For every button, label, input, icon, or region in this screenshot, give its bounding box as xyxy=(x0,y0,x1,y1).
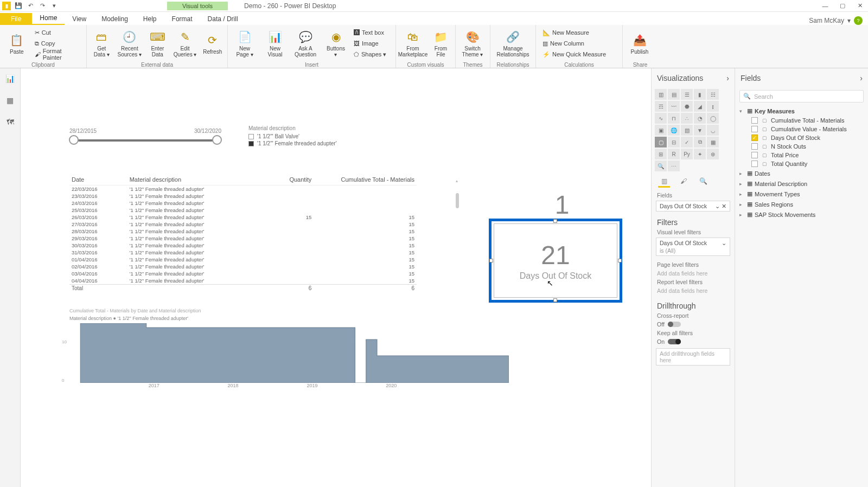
vlf-card[interactable]: Days Out Of Stock⌄ is (All) xyxy=(656,238,730,256)
field-cum-value-materials[interactable]: ▢Cumulative Value - Materials xyxy=(739,125,864,133)
new-measure-button[interactable]: 📐New Measure xyxy=(542,28,606,37)
tab-file[interactable]: File xyxy=(0,13,32,25)
viz-100-col[interactable]: ☶ xyxy=(655,101,667,112)
model-view-button[interactable]: 🗺 xyxy=(4,116,16,128)
resize-handle[interactable] xyxy=(553,298,557,302)
viz-line-col[interactable]: ⫿ xyxy=(707,101,719,112)
viz-stacked-area[interactable]: ◢ xyxy=(694,101,706,112)
table-sap-stock-movements[interactable]: ▸▦SAP Stock Movements xyxy=(739,209,864,220)
recent-sources-button[interactable]: 🕘Recent Sources ▾ xyxy=(118,27,142,60)
viz-donut[interactable]: ◯ xyxy=(707,113,719,124)
viz-r[interactable]: R xyxy=(668,149,680,159)
publish-button[interactable]: 📤Publish xyxy=(627,27,652,60)
table-row[interactable]: 03/04/2016'1 1/2'' Female threaded adupt… xyxy=(69,270,417,277)
report-canvas[interactable]: 28/12/2015 30/12/2020 Material descripti… xyxy=(21,68,651,487)
viz-stacked-col[interactable]: ▤ xyxy=(668,89,680,100)
table-sales-regions[interactable]: ▸▦Sales Regions xyxy=(739,199,864,209)
resize-handle[interactable] xyxy=(618,259,622,262)
table-row[interactable]: 30/03/2016'1 1/2'' Female threaded adupt… xyxy=(69,242,417,249)
viz-waterfall[interactable]: ⊓ xyxy=(668,113,680,124)
area-chart[interactable]: Cumulative Total - Materials by Date and… xyxy=(69,308,509,395)
image-button[interactable]: 🖼Image xyxy=(354,39,386,48)
table-row[interactable]: 28/03/2016'1 1/2'' Female threaded adupt… xyxy=(69,228,417,235)
analytics-tab[interactable]: 🔍 xyxy=(697,176,709,188)
viz-gauge[interactable]: ◡ xyxy=(707,125,719,136)
undo-icon[interactable]: ↶ xyxy=(26,2,35,10)
table-material-description[interactable]: ▸▦Material Description xyxy=(739,178,864,189)
fields-tab[interactable]: ▥ xyxy=(658,176,670,188)
col-quantity[interactable]: Quantity xyxy=(263,174,314,185)
from-file-button[interactable]: 📁From File xyxy=(431,27,451,60)
checkbox[interactable] xyxy=(751,143,758,150)
table-row[interactable]: 25/03/2016'1 1/2'' Female threaded adupt… xyxy=(69,207,417,214)
new-visual-button[interactable]: 📊New Visual xyxy=(263,27,288,60)
viz-clustered-col[interactable]: ▮ xyxy=(694,89,706,100)
slider-handle-right[interactable] xyxy=(212,135,222,145)
account-name[interactable]: Sam McKay ▾ ? xyxy=(809,16,868,25)
drill-drop[interactable]: Add drillthrough fields here xyxy=(656,348,730,366)
viz-clustered-bar[interactable]: ☰ xyxy=(681,89,693,100)
switch-theme-button[interactable]: 🎨Switch Theme ▾ xyxy=(460,27,485,60)
get-data-button[interactable]: 🗃Get Data ▾ xyxy=(91,27,112,60)
field-cum-total-materials[interactable]: ▢Cumulative Total - Materials xyxy=(739,116,864,125)
slider-track[interactable] xyxy=(74,139,217,142)
textbox-button[interactable]: 🅰Text box xyxy=(354,28,386,37)
viz-pie[interactable]: ◔ xyxy=(694,113,706,124)
checkbox[interactable] xyxy=(751,152,758,158)
close-button[interactable]: ✕ xyxy=(852,0,868,12)
cut-button[interactable]: ✂Cut xyxy=(35,28,82,37)
table-key-measures[interactable]: ▾▦Key Measures xyxy=(739,106,864,116)
manage-relationships-button[interactable]: 🔗Manage Relationships xyxy=(495,27,531,60)
field-days-out-of-stock[interactable]: ✓▢Days Out Of Stock xyxy=(739,133,864,142)
checkbox[interactable] xyxy=(751,161,758,167)
checkbox[interactable] xyxy=(751,117,758,124)
table-row[interactable]: 23/03/2016'1 1/2'' Female threaded adupt… xyxy=(69,193,417,200)
report-view-button[interactable]: 📊 xyxy=(4,73,16,85)
copy-button[interactable]: ⧉Copy xyxy=(35,39,82,48)
viz-pane-header[interactable]: Visualizations› xyxy=(652,68,735,88)
viz-key-inf[interactable]: ✦ xyxy=(694,149,706,159)
field-total-quantity[interactable]: ▢Total Quantity xyxy=(739,159,864,168)
field-well-item[interactable]: Days Out Of Stock ⌄ ✕ xyxy=(656,201,730,212)
cross-report-toggle[interactable]: Off xyxy=(652,320,735,329)
viz-funnel[interactable]: ▼ xyxy=(694,125,706,136)
viz-scatter[interactable]: ∴ xyxy=(681,113,693,124)
viz-card[interactable]: ▢ xyxy=(655,137,667,148)
tab-home[interactable]: Home xyxy=(32,12,65,25)
paste-button[interactable]: 📋Paste xyxy=(4,27,29,60)
viz-py[interactable]: Py xyxy=(681,149,693,159)
tab-data-drill[interactable]: Data / Drill xyxy=(200,13,246,25)
checkbox[interactable] xyxy=(751,126,758,132)
new-page-button[interactable]: 📄New Page ▾ xyxy=(232,27,257,60)
date-slicer[interactable]: 28/12/2015 30/12/2020 xyxy=(69,128,221,147)
plf-drop[interactable]: Add data fields here xyxy=(652,269,735,278)
fields-pane-header[interactable]: Fields› xyxy=(735,68,868,88)
viz-line[interactable]: 〰 xyxy=(668,101,680,112)
viz-matrix[interactable]: ⊞ xyxy=(655,149,667,159)
table-row[interactable]: 04/04/2016'1 1/2'' Female threaded adupt… xyxy=(69,277,417,285)
table-dates[interactable]: ▸▦Dates xyxy=(739,168,864,178)
ask-question-button[interactable]: 💬Ask A Question xyxy=(293,27,318,60)
tab-modeling[interactable]: Modeling xyxy=(94,13,136,25)
save-icon[interactable]: 💾 xyxy=(14,2,23,10)
viz-stacked-bar[interactable]: ▥ xyxy=(655,89,667,100)
viz-decomp[interactable]: ⊛ xyxy=(707,149,719,159)
table-row[interactable]: 27/03/2016'1 1/2'' Female threaded adupt… xyxy=(69,221,417,228)
viz-treemap[interactable]: ▣ xyxy=(655,125,667,136)
qat-dropdown-icon[interactable]: ▾ xyxy=(50,2,59,10)
scrollbar-thumb[interactable] xyxy=(456,193,459,208)
table-scrollbar[interactable]: ▴ xyxy=(456,177,459,292)
maximize-button[interactable]: ▢ xyxy=(834,0,851,12)
resize-handle[interactable] xyxy=(553,219,557,223)
from-marketplace-button[interactable]: 🛍From Marketplace xyxy=(400,27,425,60)
visual-tools-tab[interactable]: Visual tools xyxy=(167,2,228,10)
table-row[interactable]: 31/03/2016'1 1/2'' Female threaded adupt… xyxy=(69,249,417,256)
tab-help[interactable]: Help xyxy=(136,13,164,25)
table-row[interactable]: 22/03/2016'1 1/2'' Female threaded adupt… xyxy=(69,185,417,193)
keep-filters-toggle[interactable]: On xyxy=(652,337,735,346)
slider-handle-left[interactable] xyxy=(69,135,79,145)
refresh-button[interactable]: ⟳Refresh xyxy=(202,27,223,60)
edit-queries-button[interactable]: ✎Edit Queries ▾ xyxy=(174,27,197,60)
data-table[interactable]: Date Material description Quantity Cumul… xyxy=(69,174,417,292)
viz-100-bar[interactable]: ☷ xyxy=(707,89,719,100)
